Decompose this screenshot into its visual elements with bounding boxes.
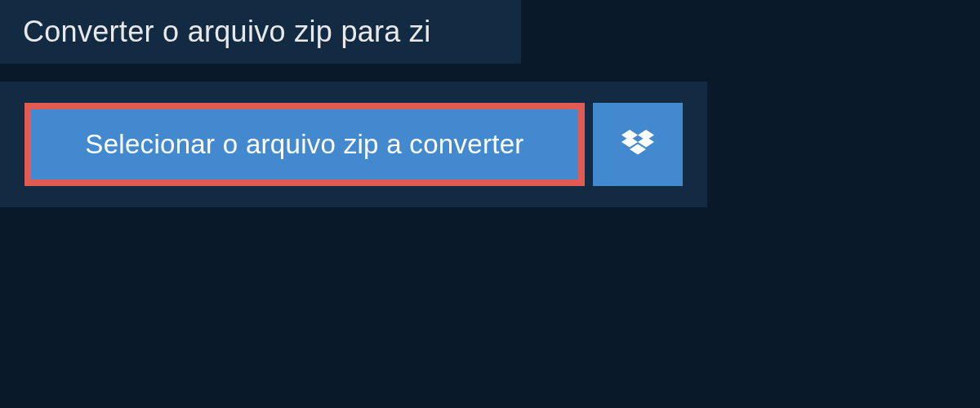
header-bar: Converter o arquivo zip para zi <box>0 0 521 64</box>
select-file-label: Selecionar o arquivo zip a converter <box>85 129 523 160</box>
dropbox-icon <box>621 130 654 159</box>
select-file-button[interactable]: Selecionar o arquivo zip a converter <box>24 103 585 186</box>
upload-panel: Selecionar o arquivo zip a converter <box>0 82 707 207</box>
main-container: Converter o arquivo zip para zi Selecion… <box>0 0 980 207</box>
page-title: Converter o arquivo zip para zi <box>23 15 498 49</box>
dropbox-button[interactable] <box>593 103 683 186</box>
